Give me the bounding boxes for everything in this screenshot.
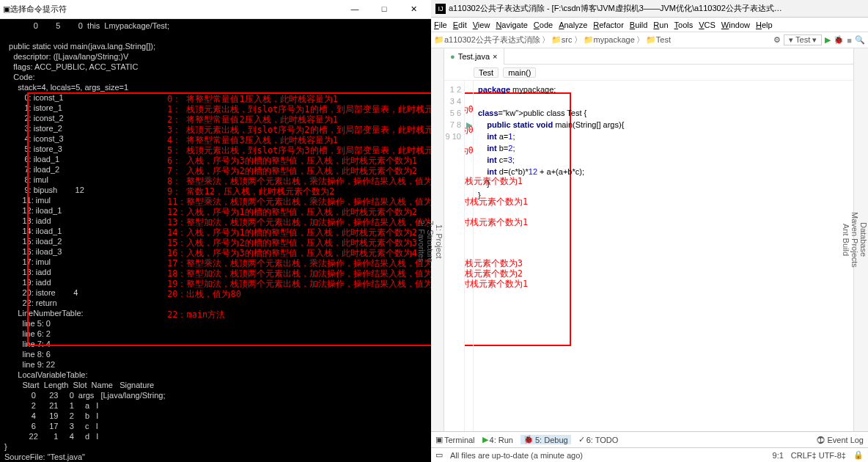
ide-icon: IJ xyxy=(435,4,446,14)
subtab-class[interactable]: Test xyxy=(474,67,499,78)
ide-title-text: a110302公共子表达式消除 - [F:\csdn博客\JVM虚拟机3——JV… xyxy=(449,3,782,14)
debug-tab[interactable]: 🐞 5: Debug xyxy=(521,435,571,444)
run-config-dropdown[interactable]: ▾ Test ▾ xyxy=(784,34,822,45)
crumb-1[interactable]: 📁src xyxy=(551,35,573,45)
tool-database[interactable]: Database xyxy=(859,48,868,431)
menu-refactor[interactable]: Refactor xyxy=(593,21,624,29)
breadcrumbs[interactable]: 📁a110302公共子表达式消除 〉📁src 〉📁mypackage 〉📁Tes… xyxy=(434,34,671,45)
tab-test-java[interactable]: ● Test.java × xyxy=(444,48,504,65)
bottom-toolbar: ▣ Terminal ▶ 4: Run 🐞 5: Debug ✓ 6: TODO… xyxy=(431,431,868,447)
nav-toolbar: 📁a110302公共子表达式消除 〉📁src 〉📁mypackage 〉📁Tes… xyxy=(431,32,868,48)
editor-tabs: ● Test.java × xyxy=(444,48,868,65)
status-message: All files are up-to-date (a minute ago) xyxy=(450,451,583,460)
menu-tools[interactable]: Tools xyxy=(674,21,694,29)
menu-help[interactable]: Help xyxy=(756,21,773,29)
menu-file[interactable]: File xyxy=(434,21,447,29)
tool-7- structure[interactable]: 7: Structure xyxy=(426,51,435,431)
subtab-method[interactable]: main() xyxy=(503,67,536,78)
menu-vcs[interactable]: VCS xyxy=(699,21,716,29)
menu-code[interactable]: Code xyxy=(534,21,553,29)
right-tool-strip[interactable]: DatabaseMaven ProjectsAnt Build xyxy=(853,48,868,431)
close-tab-icon[interactable]: × xyxy=(493,52,497,61)
gutter-glyphs: ▶ xyxy=(465,81,474,431)
class-icon: ● xyxy=(450,52,455,61)
tool-2- favorite-[interactable]: 2: Favorites xyxy=(417,51,426,431)
menu-navigate[interactable]: Navigate xyxy=(496,21,527,29)
sync-icon[interactable]: ▭ xyxy=(435,450,443,460)
cmd-icon: ▣ xyxy=(3,4,10,14)
minimize-button[interactable]: — xyxy=(340,4,369,14)
left-tool-strip[interactable]: 1: Project7: Structure2: Favorites xyxy=(431,48,444,431)
cmd-window: ▣ 选择命令提示符 — □ ✕ 0 5 0 this Lmypackage/Te… xyxy=(0,0,431,462)
ide-window: IJ a110302公共子表达式消除 - [F:\csdn博客\JVM虚拟机3—… xyxy=(431,0,868,462)
caret-position: 9:1 xyxy=(773,451,784,460)
status-bar: ▭ All files are up-to-date (a minute ago… xyxy=(431,447,868,462)
crumb-0[interactable]: 📁a110302公共子表达式消除 xyxy=(434,34,540,45)
tool-maven projects[interactable]: Maven Projects xyxy=(850,48,859,431)
event-log-button[interactable]: ⓵ Event Log xyxy=(817,436,864,444)
search-icon[interactable]: 🔍 xyxy=(855,35,865,45)
ide-titlebar: IJ a110302公共子表达式消除 - [F:\csdn博客\JVM虚拟机3—… xyxy=(431,0,868,18)
tool-ant build[interactable]: Ant Build xyxy=(842,48,850,431)
crumb-2[interactable]: 📁mypackage xyxy=(584,35,635,45)
terminal-tab[interactable]: ▣ Terminal xyxy=(435,435,475,444)
cmd-titlebar: ▣ 选择命令提示符 — □ ✕ xyxy=(0,0,431,19)
code-area[interactable]: package mypackage; class="kw">public cla… xyxy=(474,81,628,431)
crumb-3[interactable]: 📁Test xyxy=(646,35,671,45)
debug-button[interactable]: 🐞 xyxy=(834,35,844,45)
line-ending: CRLF‡ UTF-8‡ xyxy=(791,451,846,460)
stop-button[interactable]: ■ xyxy=(847,36,852,45)
code-editor[interactable]: 1 2 3 4 5 6 7 8 9 10 ▶ package mypackage… xyxy=(444,81,868,431)
run-button[interactable]: ▶ xyxy=(825,35,831,45)
close-button[interactable]: ✕ xyxy=(399,4,428,14)
tool-1- project[interactable]: 1: Project xyxy=(435,51,444,431)
run-tab[interactable]: ▶ 4: Run xyxy=(482,435,513,444)
line-gutter: 1 2 3 4 5 6 7 8 9 10 xyxy=(444,81,465,431)
menu-build[interactable]: Build xyxy=(630,21,647,29)
build-icon[interactable]: ⚙ xyxy=(773,35,781,45)
lock-icon: 🔒 xyxy=(853,450,864,460)
menu-window[interactable]: Window xyxy=(721,21,750,29)
menubar: FileEditViewNavigateCodeAnalyzeRefactorB… xyxy=(431,18,868,32)
todo-tab[interactable]: ✓ 6: TODO xyxy=(578,435,619,444)
cmd-title: 选择命令提示符 xyxy=(10,4,67,15)
menu-analyze[interactable]: Analyze xyxy=(559,21,587,29)
menu-edit[interactable]: Edit xyxy=(453,21,467,29)
menu-view[interactable]: View xyxy=(473,21,490,29)
menu-run[interactable]: Run xyxy=(653,21,668,29)
breadcrumb-tabs: Test main() xyxy=(444,65,868,81)
maximize-button[interactable]: □ xyxy=(369,4,399,14)
